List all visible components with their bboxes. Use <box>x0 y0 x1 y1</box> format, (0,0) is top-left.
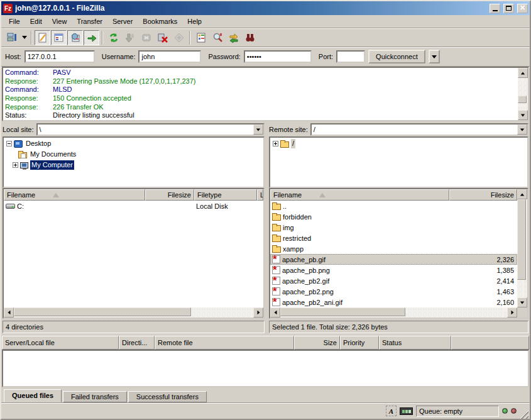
file-row-c-drive[interactable]: C: Local Disk <box>4 201 263 211</box>
column-header-size[interactable]: Size <box>294 336 340 350</box>
scroll-track[interactable] <box>280 307 507 318</box>
tree-item-my-documents[interactable]: My Documents <box>4 149 263 160</box>
scroll-track[interactable] <box>518 78 528 110</box>
scroll-right-button[interactable] <box>507 307 517 318</box>
log-scrollbar[interactable] <box>518 68 528 120</box>
file-row[interactable]: apache_pb2.png 1,463 <box>270 286 517 297</box>
column-header-direction[interactable]: Directi... <box>119 336 155 350</box>
tree-item-desktop[interactable]: Desktop <box>4 138 263 149</box>
scroll-track[interactable] <box>14 307 253 318</box>
minimize-button[interactable] <box>490 4 500 13</box>
remote-status-bar: Selected 1 file. Total size: 2,326 bytes <box>269 321 528 333</box>
scroll-thumb[interactable] <box>14 307 191 316</box>
file-row[interactable]: .. <box>270 201 517 211</box>
close-button[interactable] <box>517 4 528 13</box>
local-site-dropdown-button[interactable] <box>253 124 263 135</box>
process-queue-button[interactable] <box>122 30 138 45</box>
remote-site-combobox[interactable]: / <box>310 123 528 136</box>
toggle-queue-button[interactable] <box>84 30 99 45</box>
port-input[interactable] <box>336 50 365 63</box>
username-input[interactable] <box>138 50 201 63</box>
menu-transfer[interactable]: Transfer <box>72 16 107 27</box>
activity-led-red <box>511 408 517 414</box>
documents-folder-icon <box>18 152 27 158</box>
file-row[interactable]: forbidden <box>270 211 517 222</box>
speed-limits-icon[interactable] <box>400 407 413 415</box>
toggle-remote-tree-button[interactable] <box>67 30 83 45</box>
menu-edit[interactable]: Edit <box>25 16 47 27</box>
menu-help[interactable]: Help <box>182 16 207 27</box>
tab-successful-transfers[interactable]: Successful transfers <box>128 391 207 402</box>
arrow-down-icon <box>521 114 525 116</box>
scroll-up-button[interactable] <box>517 189 527 199</box>
local-horizontal-scrollbar[interactable] <box>4 307 263 318</box>
scroll-track[interactable] <box>517 199 527 297</box>
column-header-priority[interactable]: Priority <box>340 336 379 350</box>
column-header-server-local-file[interactable]: Server/Local file <box>2 336 119 350</box>
disconnect-button[interactable] <box>155 30 170 45</box>
remote-horizontal-scrollbar[interactable] <box>270 307 517 318</box>
menu-bookmarks[interactable]: Bookmarks <box>138 16 182 27</box>
column-header-filename[interactable]: Filename <box>270 189 449 201</box>
menu-file[interactable]: File <box>4 16 25 27</box>
tree-item-root[interactable]: / <box>270 138 527 149</box>
remote-vertical-scrollbar[interactable] <box>517 189 527 307</box>
column-header-last-modified[interactable]: L <box>257 189 263 201</box>
column-header-filesize[interactable]: Filesize <box>145 189 194 201</box>
scroll-thumb[interactable] <box>518 96 527 103</box>
arrow-up-icon <box>520 193 524 196</box>
file-search-button[interactable] <box>209 30 225 45</box>
file-row[interactable]: img <box>270 222 517 233</box>
menu-server[interactable]: Server <box>107 16 138 27</box>
transfer-type-ascii-icon[interactable]: A <box>386 406 397 416</box>
file-row[interactable]: restricted <box>270 233 517 243</box>
toggle-local-tree-button[interactable] <box>51 30 67 45</box>
expand-icon[interactable] <box>273 141 278 146</box>
tab-failed-transfers[interactable]: Failed transfers <box>63 391 127 402</box>
chevron-down-icon <box>432 55 437 58</box>
scroll-right-button[interactable] <box>253 307 263 318</box>
file-row-selected[interactable]: apache_pb.gif 2,326 <box>270 254 517 265</box>
column-header-filename[interactable]: Filename <box>4 189 145 201</box>
file-row[interactable]: apache_pb2.gif 2,414 <box>270 275 517 286</box>
column-header-status[interactable]: Status <box>379 336 451 350</box>
site-manager-button[interactable] <box>4 30 19 45</box>
expand-icon[interactable] <box>13 162 18 168</box>
local-site-combobox[interactable]: \ <box>36 123 265 136</box>
scroll-up-button[interactable] <box>518 68 528 78</box>
filter-button[interactable] <box>193 30 209 45</box>
toolbar-separator <box>189 31 190 45</box>
column-header-remote-file[interactable]: Remote file <box>155 336 294 350</box>
cancel-button[interactable] <box>138 30 154 45</box>
password-input[interactable] <box>244 50 312 63</box>
file-row[interactable]: apache_pb.png 1,385 <box>270 265 517 275</box>
synchronized-browsing-button[interactable] <box>226 30 241 45</box>
scroll-left-button[interactable] <box>4 307 14 318</box>
maximize-icon <box>506 6 512 11</box>
host-input[interactable] <box>25 50 95 63</box>
file-row[interactable]: apache_pb2_ani.gif 2,160 <box>270 297 517 307</box>
tree-item-my-computer[interactable]: My Computer <box>4 160 263 170</box>
site-manager-dropdown-button[interactable] <box>20 30 28 45</box>
maximize-button[interactable] <box>503 4 514 13</box>
scroll-left-button[interactable] <box>270 307 280 318</box>
quickconnect-dropdown-button[interactable] <box>429 50 440 64</box>
scroll-thumb[interactable] <box>280 307 405 316</box>
collapse-icon[interactable] <box>6 141 12 146</box>
resize-grip[interactable] <box>520 410 528 419</box>
directory-comparison-button[interactable] <box>242 30 258 45</box>
toggle-message-log-button[interactable] <box>35 30 50 45</box>
queue-list-body[interactable] <box>2 350 529 387</box>
remote-site-dropdown-button[interactable] <box>517 124 527 135</box>
scroll-thumb[interactable] <box>517 199 526 280</box>
scroll-down-button[interactable] <box>517 297 527 307</box>
reconnect-button[interactable] <box>171 30 187 45</box>
quickconnect-button[interactable]: Quickconnect <box>368 50 425 64</box>
column-header-filetype[interactable]: Filetype <box>194 189 257 201</box>
scroll-down-button[interactable] <box>518 110 528 120</box>
refresh-button[interactable] <box>106 30 121 45</box>
tab-queued-files[interactable]: Queued files <box>4 389 62 402</box>
column-header-filesize[interactable]: Filesize <box>449 189 517 201</box>
file-row[interactable]: xampp <box>270 243 517 254</box>
menu-view[interactable]: View <box>47 16 72 27</box>
